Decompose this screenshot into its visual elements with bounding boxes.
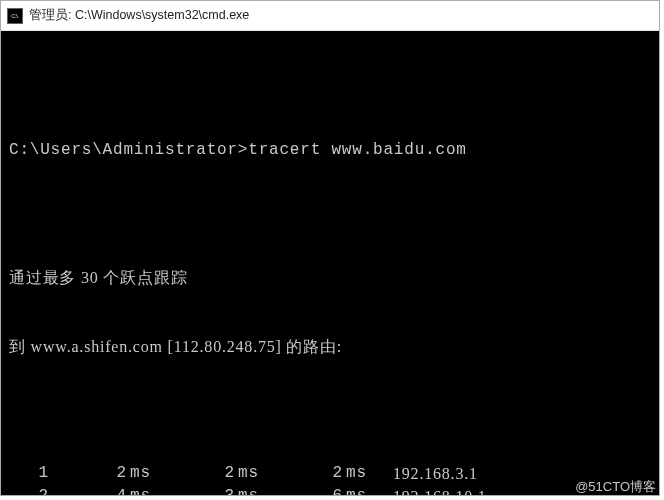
hop-time3: 2 xyxy=(265,462,343,485)
window-title: 管理员: C:\Windows\system32\cmd.exe xyxy=(29,7,249,24)
hop-time2: 2 xyxy=(157,462,235,485)
table-row: 12ms2ms2ms192.168.3.1 xyxy=(9,462,651,485)
watermark: @51CTO博客 xyxy=(575,478,656,496)
hop-host: 192.168.10.1 xyxy=(373,485,487,495)
hop-number: 2 xyxy=(9,485,49,495)
prompt-path: C:\Users\Administrator> xyxy=(9,141,248,159)
prompt-command: tracert www.baidu.com xyxy=(248,141,466,159)
trace-header-line1: 通过最多 30 个跃点跟踪 xyxy=(9,266,651,289)
prompt-line: C:\Users\Administrator>tracert www.baidu… xyxy=(9,139,651,162)
trace-header-line2: 到 www.a.shifen.com [112.80.248.75] 的路由: xyxy=(9,335,651,358)
cmd-window: C:\. 管理员: C:\Windows\system32\cmd.exe C:… xyxy=(0,0,660,496)
hop-time2: 3 xyxy=(157,485,235,495)
cmd-icon: C:\. xyxy=(7,8,23,24)
hop-time1: 2 xyxy=(49,462,127,485)
hop-time1: 4 xyxy=(49,485,127,495)
table-row: 24ms3ms6ms192.168.10.1 xyxy=(9,485,651,495)
hop-host: 192.168.3.1 xyxy=(373,462,478,485)
hop-number: 1 xyxy=(9,462,49,485)
window-titlebar[interactable]: C:\. 管理员: C:\Windows\system32\cmd.exe xyxy=(1,1,659,31)
hop-time3: 6 xyxy=(265,485,343,495)
tracert-table: 12ms2ms2ms192.168.3.124ms3ms6ms192.168.1… xyxy=(9,462,651,495)
terminal-output[interactable]: C:\Users\Administrator>tracert www.baidu… xyxy=(1,31,659,495)
